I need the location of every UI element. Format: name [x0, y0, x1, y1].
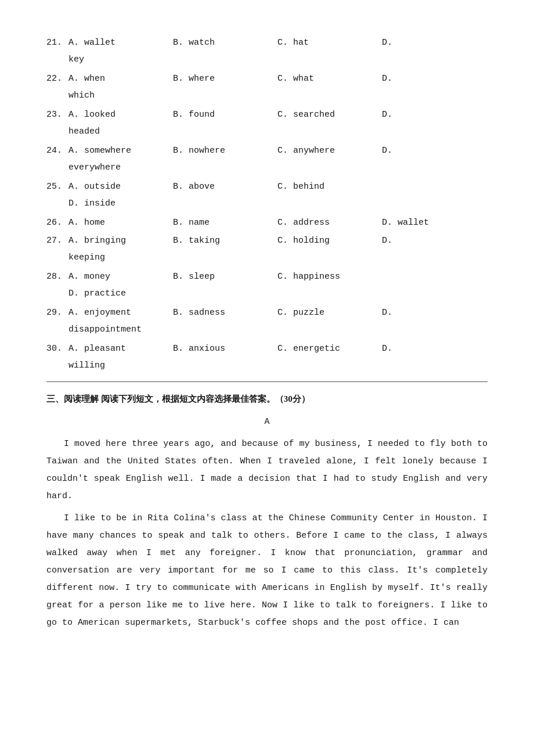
- q24-b: B. nowhere: [173, 143, 277, 159]
- q26-b: B. name: [173, 215, 277, 231]
- q21-b: B. watch: [173, 35, 277, 51]
- q28-wrap: D. practice: [46, 286, 488, 301]
- q25-b: B. above: [173, 179, 277, 195]
- question-26-row: 26. A. home B. name C. address D. wallet: [46, 215, 488, 231]
- q21-wrap: key: [46, 52, 488, 67]
- q26-a: A. home: [68, 215, 173, 231]
- q26-d: D. wallet: [382, 215, 440, 231]
- q28-a: A. money: [68, 269, 173, 285]
- q26-num: 26.: [46, 215, 68, 231]
- q28-num: 28.: [46, 269, 68, 285]
- q28-c: C. happiness: [277, 269, 382, 285]
- q27-d: D.: [382, 233, 440, 249]
- question-30: 30. A. pleasant B. anxious C. energetic …: [46, 341, 488, 373]
- q27-a: A. bringing: [68, 233, 173, 249]
- q30-a: A. pleasant: [68, 341, 173, 357]
- q21-a: A. wallet: [68, 35, 173, 51]
- q29-num: 29.: [46, 305, 68, 321]
- question-29: 29. A. enjoyment B. sadness C. puzzle D.…: [46, 305, 488, 337]
- question-30-row: 30. A. pleasant B. anxious C. energetic …: [46, 341, 488, 357]
- passage-paragraph-1: I moved here three years ago, and becaus…: [46, 435, 488, 505]
- q24-c: C. anywhere: [277, 143, 382, 159]
- q27-num: 27.: [46, 233, 68, 249]
- q21-d: D.: [382, 35, 440, 51]
- q23-b: B. found: [173, 107, 277, 123]
- q21-num: 21.: [46, 35, 68, 51]
- question-27: 27. A. bringing B. taking C. holding D. …: [46, 233, 488, 265]
- q23-d: D.: [382, 107, 440, 123]
- q26-c: C. address: [277, 215, 382, 231]
- q24-wrap: everywhere: [46, 160, 488, 175]
- q23-a: A. looked: [68, 107, 173, 123]
- q22-num: 22.: [46, 71, 68, 87]
- section-divider: [46, 381, 488, 382]
- q27-c: C. holding: [277, 233, 382, 249]
- q27-b: B. taking: [173, 233, 277, 249]
- q22-b: B. where: [173, 71, 277, 87]
- passage-paragraph-2: I like to be in Rita Colina's class at t…: [46, 510, 488, 632]
- passage-title-a: A: [46, 414, 488, 430]
- q30-c: C. energetic: [277, 341, 382, 357]
- q30-num: 30.: [46, 341, 68, 357]
- q30-b: B. anxious: [173, 341, 277, 357]
- question-28-row: 28. A. money B. sleep C. happiness: [46, 269, 488, 285]
- question-24: 24. A. somewhere B. nowhere C. anywhere …: [46, 143, 488, 175]
- q25-c: C. behind: [277, 179, 382, 195]
- question-29-row: 29. A. enjoyment B. sadness C. puzzle D.: [46, 305, 488, 321]
- q28-b: B. sleep: [173, 269, 277, 285]
- q30-d: D.: [382, 341, 440, 357]
- q24-num: 24.: [46, 143, 68, 159]
- question-23: 23. A. looked B. found C. searched D. he…: [46, 107, 488, 139]
- question-25-row: 25. A. outside B. above C. behind: [46, 179, 488, 195]
- q22-d: D.: [382, 71, 440, 87]
- q22-a: A. when: [68, 71, 173, 87]
- q30-wrap: willing: [46, 358, 488, 373]
- q25-a: A. outside: [68, 179, 173, 195]
- question-22: 22. A. when B. where C. what D. which: [46, 71, 488, 103]
- q29-c: C. puzzle: [277, 305, 382, 321]
- q22-c: C. what: [277, 71, 382, 87]
- q29-d: D.: [382, 305, 440, 321]
- q24-d: D.: [382, 143, 440, 159]
- q27-wrap: keeping: [46, 250, 488, 265]
- q23-num: 23.: [46, 107, 68, 123]
- question-26: 26. A. home B. name C. address D. wallet: [46, 215, 488, 231]
- q21-c: C. hat: [277, 35, 382, 51]
- question-23-row: 23. A. looked B. found C. searched D.: [46, 107, 488, 123]
- q29-b: B. sadness: [173, 305, 277, 321]
- q25-wrap: D. inside: [46, 196, 488, 211]
- section3-header: 三、阅读理解 阅读下列短文，根据短文内容选择最佳答案。（30分）: [46, 391, 488, 407]
- q23-c: C. searched: [277, 107, 382, 123]
- question-27-row: 27. A. bringing B. taking C. holding D.: [46, 233, 488, 249]
- question-28: 28. A. money B. sleep C. happiness D. pr…: [46, 269, 488, 301]
- question-21: 21. A. wallet B. watch C. hat D. key: [46, 35, 488, 67]
- q29-a: A. enjoyment: [68, 305, 173, 321]
- q23-wrap: headed: [46, 124, 488, 139]
- q29-wrap: disappointment: [46, 322, 488, 337]
- question-25: 25. A. outside B. above C. behind D. ins…: [46, 179, 488, 211]
- question-21-row: 21. A. wallet B. watch C. hat D.: [46, 35, 488, 51]
- question-22-row: 22. A. when B. where C. what D.: [46, 71, 488, 87]
- question-24-row: 24. A. somewhere B. nowhere C. anywhere …: [46, 143, 488, 159]
- q22-wrap: which: [46, 88, 488, 103]
- q25-num: 25.: [46, 179, 68, 195]
- q24-a: A. somewhere: [68, 143, 173, 159]
